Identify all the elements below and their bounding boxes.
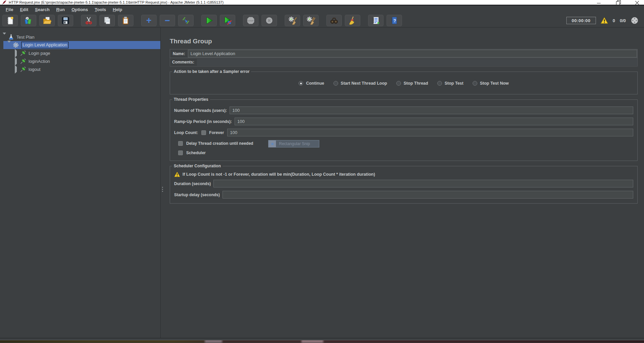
stop-button[interactable]: STOP [243, 15, 258, 26]
comments-row: Comments: [170, 58, 638, 67]
menu-bar: File Edit Search Run Options Tools Help [0, 5, 644, 13]
rampup-input[interactable] [235, 118, 633, 125]
function-helper-icon [371, 16, 380, 25]
warning-triangle-icon [174, 172, 180, 177]
tree-expand-toggle[interactable] [15, 59, 18, 64]
menu-options[interactable]: Options [69, 6, 91, 13]
clear-broom-icon [288, 16, 297, 25]
scheduler-label: Scheduler [186, 151, 206, 155]
menu-run[interactable]: Run [53, 6, 68, 13]
radio-button-icon[interactable] [473, 81, 477, 86]
jmeter-feather-icon [2, 0, 7, 4]
radio-label: Stop Thread [404, 81, 428, 86]
copy-icon [103, 16, 112, 25]
paste-button[interactable] [118, 15, 133, 26]
tree-item-login-page[interactable]: Login page [0, 49, 160, 57]
svg-text:STOP: STOP [248, 19, 253, 22]
radio-button-icon[interactable] [298, 81, 303, 86]
open-button[interactable] [39, 15, 55, 26]
new-file-icon [6, 16, 14, 25]
tree-item-loginaction[interactable]: loginAction [0, 57, 160, 65]
close-button[interactable] [635, 0, 639, 5]
toolbar-status-cluster: 00:00:00 0 0/0 [566, 13, 639, 28]
menu-file[interactable]: File [3, 6, 16, 13]
error-count: 0 [613, 18, 615, 23]
thread-properties-fieldset: Thread Properties Number of Threads (use… [170, 99, 638, 161]
start-icon [205, 16, 213, 25]
add-button[interactable]: + [141, 15, 157, 26]
menu-tools[interactable]: Tools [92, 6, 109, 13]
save-button[interactable] [58, 15, 73, 26]
menu-edit[interactable]: Edit [17, 6, 31, 13]
cut-button[interactable] [81, 15, 96, 26]
start-no-pauses-button[interactable] [220, 15, 235, 26]
rampup-row: Ramp-Up Period (in seconds): [174, 118, 633, 125]
shutdown-button[interactable] [261, 15, 277, 26]
radio-start-next-thread-loop[interactable]: Start Next Thread Loop [333, 81, 387, 86]
loop-count-label: Loop Count: [174, 130, 198, 135]
tree-item-logout[interactable]: logout [0, 65, 160, 73]
active-threads-ratio: 0/0 [620, 18, 626, 23]
scheduler-checkbox[interactable] [178, 151, 183, 155]
radio-button-icon[interactable] [333, 81, 338, 86]
start-button[interactable] [201, 15, 217, 26]
search-reset-broom-icon [348, 16, 357, 25]
testplan-tree: Test Plan Login Level Application Login … [0, 28, 161, 338]
tree-item-test-plan[interactable]: Test Plan [0, 33, 160, 41]
tree-expand-toggle[interactable] [15, 67, 18, 72]
menu-search[interactable]: Search [32, 6, 52, 13]
startup-delay-input[interactable] [223, 191, 633, 199]
minimize-button[interactable] [597, 0, 601, 5]
shutdown-icon [265, 16, 274, 25]
http-sampler-icon [20, 58, 26, 64]
save-floppy-icon [61, 16, 70, 25]
warning-triangle-icon[interactable] [601, 17, 608, 24]
help-book-icon: ? [390, 16, 399, 25]
radio-continue[interactable]: Continue [298, 81, 324, 86]
loop-count-row: Loop Count: Forever [174, 129, 633, 136]
tree-expand-toggle[interactable] [3, 35, 6, 40]
tree-item-login-level-application[interactable]: Login Level Application [3, 41, 160, 49]
restore-button[interactable] [616, 0, 620, 5]
function-helper-button[interactable] [368, 15, 384, 26]
radio-stop-test[interactable]: Stop Test [437, 81, 464, 86]
open-folder-icon [43, 16, 51, 25]
duration-label: Duration (seconds) [174, 181, 211, 186]
comments-label: Comments: [170, 60, 197, 65]
copy-button[interactable] [99, 15, 115, 26]
taskbar-strip [0, 340, 644, 343]
radio-label: Stop Test [445, 81, 464, 86]
tree-expand-toggle[interactable] [7, 43, 11, 48]
tree-item-label: Login page [29, 51, 50, 56]
new-testplan-button[interactable] [2, 15, 18, 26]
help-button[interactable]: ? [387, 15, 402, 26]
name-input[interactable] [188, 50, 637, 57]
radio-label: Stop Test Now [480, 81, 509, 86]
forever-checkbox[interactable] [201, 130, 206, 135]
num-threads-input[interactable] [230, 106, 633, 114]
remove-button[interactable]: − [160, 15, 175, 26]
loop-count-input[interactable] [227, 129, 633, 136]
toggle-icon [182, 16, 190, 25]
radio-stop-thread[interactable]: Stop Thread [396, 81, 428, 86]
cut-scissors-icon [84, 16, 93, 25]
radio-stop-test-now[interactable]: Stop Test Now [473, 81, 509, 86]
radio-label: Continue [306, 81, 324, 86]
tree-expand-toggle[interactable] [15, 51, 18, 56]
search-button[interactable] [326, 15, 342, 26]
menu-help[interactable]: Help [110, 6, 125, 13]
comments-input[interactable] [197, 59, 637, 66]
search-reset-button[interactable] [345, 15, 360, 26]
delay-thread-checkbox[interactable] [178, 141, 183, 146]
duration-input[interactable] [213, 180, 633, 187]
toggle-button[interactable] [178, 15, 194, 26]
radio-button-icon[interactable] [396, 81, 401, 86]
search-binoculars-icon [330, 16, 338, 25]
panel-splitter[interactable] [161, 28, 164, 338]
num-threads-row: Number of Threads (users): [174, 106, 633, 114]
main-toolbar: + − STOP [0, 13, 644, 28]
clear-button[interactable] [285, 15, 300, 26]
clear-all-button[interactable] [303, 15, 319, 26]
radio-button-icon[interactable] [437, 81, 442, 86]
templates-button[interactable] [21, 15, 36, 26]
